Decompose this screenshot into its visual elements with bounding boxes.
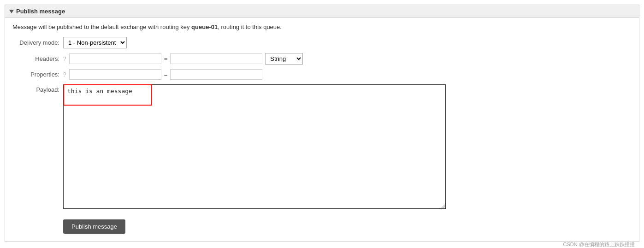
page-wrapper: Publish message Message will be publishe…	[0, 5, 644, 248]
panel-header: Publish message	[5, 5, 639, 18]
routing-key: queue-01	[191, 24, 218, 30]
headers-key-input[interactable]	[69, 53, 161, 64]
properties-help-icon[interactable]: ?	[63, 71, 66, 78]
delivery-mode-select[interactable]: 1 - Non-persistent 2 - Persistent	[63, 37, 127, 48]
publish-message-button[interactable]: Publish message	[63, 219, 125, 234]
properties-row: Properties: ? =	[12, 69, 632, 80]
collapse-icon[interactable]	[9, 10, 14, 13]
delivery-mode-label: Delivery mode:	[12, 39, 63, 46]
headers-help-icon[interactable]: ?	[63, 56, 66, 62]
payload-label: Payload:	[12, 84, 63, 93]
headers-type-select[interactable]: String Integer Boolean	[265, 53, 303, 65]
footer-text: CSDN @在编程的路上跌跌撞撞	[563, 241, 635, 248]
panel-title: Publish message	[16, 8, 65, 15]
publish-button-row: Publish message	[12, 215, 632, 234]
headers-label: Headers:	[12, 55, 63, 62]
delivery-mode-row: Delivery mode: 1 - Non-persistent 2 - Pe…	[12, 37, 632, 48]
payload-textarea-wrapper: this is an message	[63, 84, 446, 210]
properties-value-input[interactable]	[170, 69, 262, 80]
payload-textarea[interactable]: this is an message	[63, 84, 446, 209]
headers-row: Headers: ? = String Integer Boolean	[12, 53, 632, 65]
publish-message-panel: Publish message Message will be publishe…	[5, 5, 639, 242]
headers-equals: =	[164, 55, 168, 62]
headers-value-input[interactable]	[170, 53, 262, 64]
panel-body: Message will be published to the default…	[5, 18, 639, 241]
properties-equals: =	[164, 71, 168, 78]
info-text: Message will be published to the default…	[12, 24, 632, 30]
properties-label: Properties:	[12, 71, 63, 78]
payload-row: Payload: this is an message	[12, 84, 632, 210]
properties-key-input[interactable]	[69, 69, 161, 80]
info-suffix: , routing it to this queue.	[218, 24, 282, 30]
info-prefix: Message will be published to the default…	[12, 24, 191, 30]
